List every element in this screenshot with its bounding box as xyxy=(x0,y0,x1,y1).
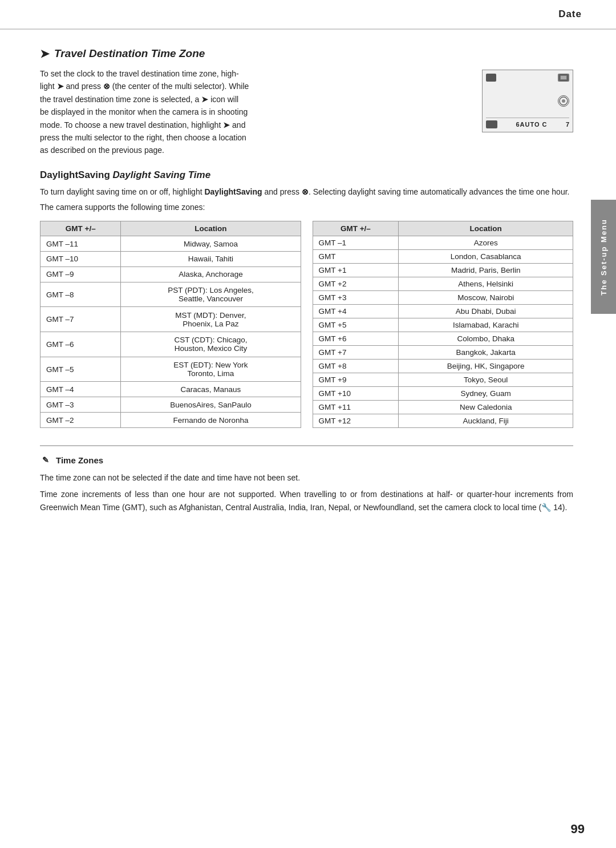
daylight-section: DaylightSaving Daylight Saving Time To t… xyxy=(40,169,573,212)
table-row: GMT +7Bangkok, Jakarta xyxy=(313,346,573,360)
table-row: GMT +10Sydney, Guam xyxy=(313,387,573,401)
daylight-text1: To turn daylight saving time on or off, … xyxy=(40,185,573,198)
table-row: GMT +12Auckland, Fiji xyxy=(313,414,573,428)
camera-display: 6AUTO C 7 xyxy=(482,70,573,132)
gmt-cell: GMT –10 xyxy=(40,252,121,267)
camera-bottom-icon xyxy=(486,120,497,128)
svg-rect-1 xyxy=(561,76,566,79)
section1-title: ➤ Travel Destination Time Zone xyxy=(40,47,573,60)
table-row: GMT +3Moscow, Nairobi xyxy=(313,291,573,305)
gmt-cell: GMT –3 xyxy=(40,397,121,413)
table-row: GMT –10Hawaii, Tahiti xyxy=(40,252,301,267)
note-section: ✎ Time Zones The time zone can not be se… xyxy=(40,445,573,514)
gmt-cell: GMT +3 xyxy=(313,291,399,305)
main-content: ➤ Travel Destination Time Zone To set th… xyxy=(29,30,585,819)
location-cell: Madrid, Paris, Berlin xyxy=(399,264,573,277)
tables-container: GMT +/– Location GMT –11Midway, SamoaGMT… xyxy=(40,221,573,428)
intro-section: To set the clock to the travel destinati… xyxy=(40,67,573,157)
supports-text: The camera supports the following time z… xyxy=(40,203,573,212)
top-bar: Date xyxy=(0,0,616,30)
table-row: GMT –5EST (EDT): New YorkToronto, Lima xyxy=(40,357,301,382)
arrow-icon: ➤ xyxy=(40,47,50,60)
daylight-title-normal: DaylightSaving xyxy=(40,169,110,180)
note-title-text: Time Zones xyxy=(56,455,103,465)
gmt-cell: GMT +12 xyxy=(313,414,399,428)
camera-bottom-text: 6AUTO C xyxy=(516,121,547,128)
gmt-cell: GMT –1 xyxy=(313,236,399,250)
gmt-cell: GMT –2 xyxy=(40,413,121,428)
table-row: GMT +6Colombo, Dhaka xyxy=(313,332,573,346)
right-tab: The Set-up Menu xyxy=(591,200,616,314)
location-cell: Azores xyxy=(399,236,573,250)
svg-point-3 xyxy=(562,99,565,103)
table-row: GMT –11Midway, Samoa xyxy=(40,236,301,252)
left-table-header-gmt: GMT +/– xyxy=(40,221,121,236)
gmt-cell: GMT –8 xyxy=(40,282,121,307)
gmt-cell: GMT +2 xyxy=(313,277,399,291)
location-cell: CST (CDT): Chicago,Houston, Mexico City xyxy=(121,332,301,357)
location-cell: Tokyo, Seoul xyxy=(399,373,573,387)
gmt-cell: GMT xyxy=(313,250,399,264)
location-cell: Colombo, Dhaka xyxy=(399,332,573,346)
table-gap xyxy=(301,221,313,428)
timezone-table-left: GMT +/– Location GMT –11Midway, SamoaGMT… xyxy=(40,221,301,428)
gmt-cell: GMT –6 xyxy=(40,332,121,357)
gmt-cell: GMT +11 xyxy=(313,401,399,414)
location-cell: Abu Dhabi, Dubai xyxy=(399,305,573,318)
location-cell: Fernando de Noronha xyxy=(121,413,301,428)
location-cell: New Caledonia xyxy=(399,401,573,414)
table-row: GMT +11New Caledonia xyxy=(313,401,573,414)
camera-top-icon xyxy=(558,74,569,82)
location-cell: Bangkok, Jakarta xyxy=(399,346,573,360)
camera-bottom-num: 7 xyxy=(566,121,569,128)
location-cell: Midway, Samoa xyxy=(121,236,301,252)
location-cell: Moscow, Nairobi xyxy=(399,291,573,305)
location-cell: Islamabad, Karachi xyxy=(399,318,573,332)
table-row: GMT –9Alaska, Anchorage xyxy=(40,266,301,282)
location-cell: Sydney, Guam xyxy=(399,387,573,401)
camera-bottom-row: 6AUTO C 7 xyxy=(486,118,569,128)
location-cell: BuenosAires, SanPaulo xyxy=(121,397,301,413)
pencil-icon: ✎ xyxy=(40,454,51,466)
table-row: GMT –3BuenosAires, SanPaulo xyxy=(40,397,301,413)
right-tab-text: The Set-up Menu xyxy=(599,219,608,296)
right-table-header-gmt: GMT +/– xyxy=(313,221,399,236)
gmt-cell: GMT +7 xyxy=(313,346,399,360)
note-title: ✎ Time Zones xyxy=(40,454,573,466)
table-row: GMT +4Abu Dhabi, Dubai xyxy=(313,305,573,318)
camera-indicator xyxy=(486,74,496,82)
table-row: GMT –8PST (PDT): Los Angeles,Seattle, Va… xyxy=(40,282,301,307)
location-cell: London, Casablanca xyxy=(399,250,573,264)
timezone-table-right: GMT +/– Location GMT –1AzoresGMTLondon, … xyxy=(313,221,574,428)
table-row: GMT +9Tokyo, Seoul xyxy=(313,373,573,387)
table-row: GMT +2Athens, Helsinki xyxy=(313,277,573,291)
location-cell: Alaska, Anchorage xyxy=(121,266,301,282)
location-cell: Athens, Helsinki xyxy=(399,277,573,291)
header-label: Date xyxy=(558,9,616,20)
gmt-cell: GMT –11 xyxy=(40,236,121,252)
table-row: GMTLondon, Casablanca xyxy=(313,250,573,264)
table-row: GMT –2Fernando de Noronha xyxy=(40,413,301,428)
section1-title-text: Travel Destination Time Zone xyxy=(54,47,205,60)
table-row: GMT +8Beijing, HK, Singapore xyxy=(313,360,573,373)
gmt-cell: GMT –5 xyxy=(40,357,121,382)
location-cell: PST (PDT): Los Angeles,Seattle, Vancouve… xyxy=(121,282,301,307)
note-line1: The time zone can not be selected if the… xyxy=(40,471,573,484)
table-row: GMT +1Madrid, Paris, Berlin xyxy=(313,264,573,277)
gmt-cell: GMT +9 xyxy=(313,373,399,387)
location-cell: Auckland, Fiji xyxy=(399,414,573,428)
intro-text: To set the clock to the travel destinati… xyxy=(40,67,471,157)
daylight-title: DaylightSaving Daylight Saving Time xyxy=(40,169,573,181)
camera-mid-dial xyxy=(558,95,569,107)
gmt-cell: GMT +6 xyxy=(313,332,399,346)
gmt-cell: GMT –9 xyxy=(40,266,121,282)
table-row: GMT –4Caracas, Manaus xyxy=(40,382,301,397)
table-row: GMT –7MST (MDT): Denver,Phoenix, La Paz xyxy=(40,307,301,332)
gmt-cell: GMT –7 xyxy=(40,307,121,332)
table-row: GMT –6CST (CDT): Chicago,Houston, Mexico… xyxy=(40,332,301,357)
gmt-cell: GMT +5 xyxy=(313,318,399,332)
gmt-cell: GMT +8 xyxy=(313,360,399,373)
table-row: GMT +5Islamabad, Karachi xyxy=(313,318,573,332)
location-cell: Hawaii, Tahiti xyxy=(121,252,301,267)
daylight-title-italic: Daylight Saving Time xyxy=(113,169,211,180)
